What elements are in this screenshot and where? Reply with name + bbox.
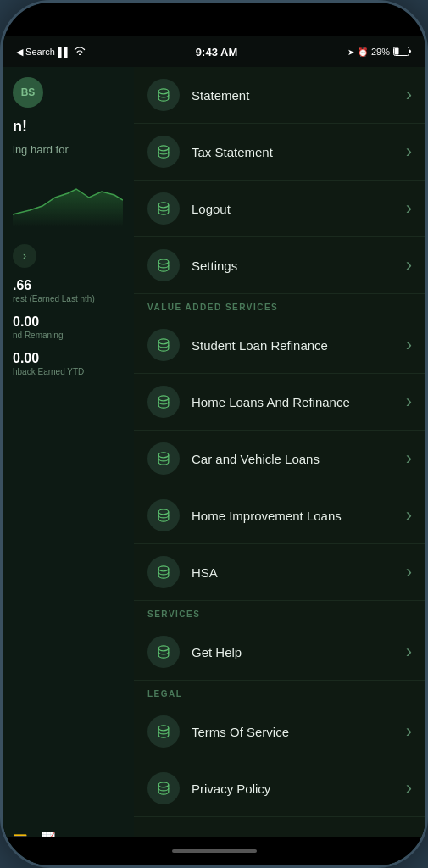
menu-label-home-loans-refinance: Home Loans And Refinance <box>192 395 394 409</box>
welcome-text: n! <box>13 118 134 136</box>
avatar: BS <box>13 77 43 108</box>
menu-label-student-loan-refinance: Student Loan Refinance <box>192 338 394 353</box>
svg-point-4 <box>158 203 169 208</box>
menu-icon-terms-of-service <box>147 715 180 748</box>
svg-point-6 <box>158 339 169 344</box>
stat-block-1: .66 rest (Earned Last nth) <box>13 278 134 304</box>
menu-icon-get-help <box>147 636 180 668</box>
svg-point-13 <box>158 782 169 787</box>
svg-point-9 <box>158 509 169 515</box>
left-panel: BS n! ing hard for › <box>3 67 134 865</box>
chevron-icon-home-loans-refinance: › <box>406 391 412 413</box>
chevron-icon-tax-statement: › <box>406 141 412 163</box>
mini-chart <box>13 168 134 227</box>
svg-point-10 <box>158 566 169 571</box>
tagline-text: ing hard for <box>13 142 134 158</box>
menu-icon-logout <box>147 192 180 225</box>
menu-label-terms-of-service: Terms Of Service <box>192 725 394 739</box>
home-indicator-area <box>3 837 425 865</box>
chevron-icon-terms-of-service: › <box>406 721 412 743</box>
phone-shell: ◀ Search ▌▌ 9:43 AM ➤ ⏰ 29% <box>0 0 428 868</box>
back-search-label[interactable]: ◀ Search <box>16 47 55 58</box>
menu-icon-car-vehicle-loans <box>147 442 180 475</box>
menu-item-student-loan-refinance[interactable]: Student Loan Refinance› <box>134 317 425 374</box>
svg-point-3 <box>158 146 169 151</box>
stat2-label: nd Remaning <box>13 330 134 341</box>
svg-point-5 <box>158 259 169 264</box>
menu-icon-tax-statement <box>147 136 180 168</box>
status-left: ◀ Search ▌▌ <box>16 47 86 58</box>
battery-icon <box>393 47 412 58</box>
menu-icon-home-loans-refinance <box>147 386 180 418</box>
menu-panel: Statement› Tax Statement› Logout› Settin… <box>134 67 425 865</box>
section-header-value-added-services: VALUE ADDED SERVICES <box>134 294 425 317</box>
main-screen: BS n! ing hard for › <box>3 67 425 865</box>
chevron-icon-get-help: › <box>406 641 412 663</box>
gps-icon: ➤ <box>347 47 354 57</box>
battery-label: 29% <box>371 47 390 57</box>
menu-label-car-vehicle-loans: Car and Vehicle Loans <box>192 452 394 466</box>
stat1-value: .66 <box>13 278 134 293</box>
svg-point-12 <box>158 726 169 731</box>
menu-item-home-improvement-loans[interactable]: Home Improvement Loans› <box>134 487 425 544</box>
menu-item-car-vehicle-loans[interactable]: Car and Vehicle Loans› <box>134 431 425 487</box>
chevron-icon-home-improvement-loans: › <box>406 504 412 526</box>
menu-item-settings[interactable]: Settings› <box>134 237 425 294</box>
menu-item-terms-of-service[interactable]: Terms Of Service› <box>134 704 425 760</box>
menu-label-hsa: HSA <box>192 565 394 580</box>
chevron-icon-privacy-policy: › <box>406 777 412 799</box>
menu-label-tax-statement: Tax Statement <box>192 145 394 159</box>
chevron-icon-logout: › <box>406 198 412 220</box>
chevron-icon-car-vehicle-loans: › <box>406 448 412 470</box>
menu-icon-hsa <box>147 556 180 588</box>
wifi-icon <box>74 47 86 57</box>
section-header-services: SERVICES <box>134 601 425 624</box>
menu-label-get-help: Get Help <box>192 645 394 659</box>
chevron-icon-statement: › <box>406 84 412 106</box>
menu-item-logout[interactable]: Logout› <box>134 181 425 237</box>
status-time: 9:43 AM <box>196 46 237 58</box>
svg-point-11 <box>158 646 169 651</box>
svg-point-7 <box>158 396 169 401</box>
menu-item-statement[interactable]: Statement› <box>134 67 425 124</box>
menu-icon-home-improvement-loans <box>147 499 180 531</box>
status-bar: ◀ Search ▌▌ 9:43 AM ➤ ⏰ 29% <box>3 36 425 67</box>
chevron-icon-hsa: › <box>406 561 412 583</box>
menu-label-privacy-policy: Privacy Policy <box>192 782 394 796</box>
chevron-icon-student-loan-refinance: › <box>406 334 412 356</box>
menu-icon-statement <box>147 79 180 111</box>
stat3-value: 0.00 <box>13 351 134 366</box>
menu-item-get-help[interactable]: Get Help› <box>134 624 425 681</box>
home-indicator <box>172 849 257 853</box>
menu-icon-privacy-policy <box>147 772 180 804</box>
section-header-legal: LEGAL <box>134 681 425 704</box>
stat-block-2: 0.00 nd Remaning <box>13 314 134 341</box>
menu-item-privacy-policy[interactable]: Privacy Policy› <box>134 760 425 817</box>
menu-item-tax-statement[interactable]: Tax Statement› <box>134 124 425 181</box>
menu-label-statement: Statement <box>192 88 394 103</box>
status-right: ➤ ⏰ 29% <box>347 47 412 58</box>
stat1-label: rest (Earned Last nth) <box>13 293 134 304</box>
menu-label-settings: Settings <box>192 259 394 273</box>
stat-block-3: 0.00 hback Earned YTD <box>13 351 134 377</box>
svg-rect-1 <box>395 47 399 54</box>
menu-icon-student-loan-refinance <box>147 329 180 361</box>
menu-label-logout: Logout <box>192 202 394 216</box>
menu-item-hsa[interactable]: HSA› <box>134 544 425 601</box>
alarm-icon: ⏰ <box>358 47 368 57</box>
menu-icon-settings <box>147 249 180 281</box>
chevron-icon-settings: › <box>406 254 412 276</box>
svg-point-2 <box>158 89 169 94</box>
stat3-label: hback Earned YTD <box>13 366 134 377</box>
signal-icon: ▌▌ <box>58 47 70 57</box>
stat2-value: 0.00 <box>13 314 134 330</box>
menu-item-home-loans-refinance[interactable]: Home Loans And Refinance› <box>134 374 425 431</box>
nav-arrow[interactable]: › <box>13 244 36 268</box>
phone-notch <box>3 3 425 36</box>
menu-label-home-improvement-loans: Home Improvement Loans <box>192 509 394 523</box>
svg-point-8 <box>158 453 169 458</box>
